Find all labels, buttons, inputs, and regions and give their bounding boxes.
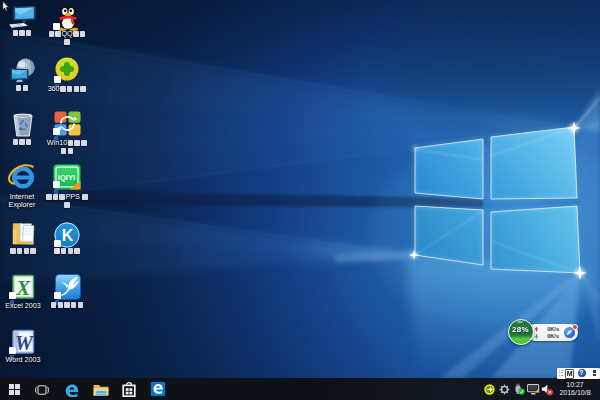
svg-text:X: X bbox=[15, 276, 31, 300]
svg-text:W: W bbox=[15, 332, 34, 354]
svg-text:iQIYI: iQIYI bbox=[58, 173, 75, 182]
svg-text:K: K bbox=[62, 227, 74, 244]
